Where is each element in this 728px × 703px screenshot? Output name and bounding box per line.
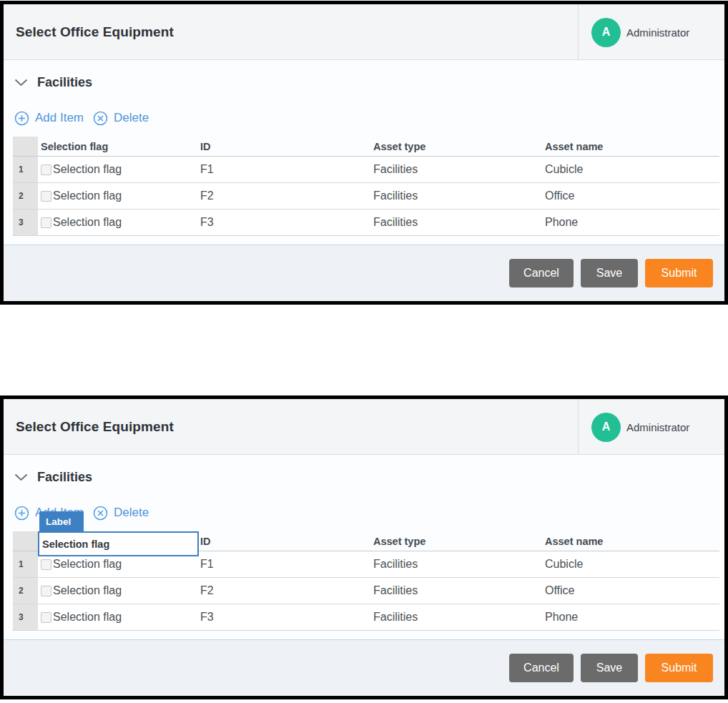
row-number[interactable]: 2 (13, 578, 38, 604)
user-name: Administrator (626, 26, 689, 39)
column-header-asset-type[interactable]: Asset type (372, 531, 543, 551)
dialog-footer: Cancel Save Submit (4, 639, 724, 696)
save-button[interactable]: Save (581, 654, 638, 682)
table-row[interactable]: 3 Selection flag F3 Facilities Phone (13, 604, 719, 631)
save-button[interactable]: Save (581, 259, 638, 287)
cell-asset-name: Cubicle (543, 551, 719, 577)
user-name: Administrator (626, 421, 689, 433)
avatar[interactable]: A (591, 413, 621, 442)
page-title: Select Office Equipment (16, 4, 174, 60)
chevron-down-icon (14, 473, 28, 481)
selection-flag-label: Selection flag (53, 558, 122, 571)
circle-x-icon (93, 506, 108, 521)
cell-id: F2 (199, 578, 372, 604)
selection-flag-label: Selection flag (53, 216, 122, 229)
submit-button[interactable]: Submit (645, 259, 713, 287)
cell-asset-type: Facilities (372, 604, 543, 630)
selection-flag-label: Selection flag (53, 584, 122, 597)
equipment-dialog-inspected: Select Office Equipment A Administrator … (0, 395, 728, 699)
submit-button[interactable]: Submit (645, 654, 713, 682)
circle-plus-icon (14, 111, 29, 126)
table-row[interactable]: 2 Selection flag F2 Facilities Office (13, 578, 719, 604)
cell-id: F1 (199, 551, 372, 577)
cell-asset-type: Facilities (372, 183, 543, 209)
cancel-button[interactable]: Cancel (509, 654, 574, 682)
dialog-footer: Cancel Save Submit (4, 245, 724, 301)
circle-plus-icon (14, 506, 29, 521)
selection-flag-checkbox[interactable] (41, 191, 51, 202)
cell-id: F2 (199, 183, 372, 209)
avatar[interactable]: A (591, 18, 621, 47)
column-header-id[interactable]: ID (199, 531, 372, 551)
cell-id: F3 (199, 604, 372, 630)
table-row[interactable]: 2 Selection flag F2 Facilities Office (13, 183, 719, 210)
row-number[interactable]: 2 (13, 183, 38, 209)
row-number[interactable]: 1 (13, 157, 38, 182)
selected-column-header-selection-flag[interactable]: Selection flag (38, 531, 199, 556)
header-divider (578, 399, 579, 454)
section-facilities-toggle[interactable]: Facilities (14, 73, 92, 92)
equipment-dialog: Select Office Equipment A Administrator … (0, 1, 728, 305)
add-item-label: Add Item (35, 111, 84, 125)
selection-flag-label: Selection flag (53, 611, 122, 624)
column-header-asset-type[interactable]: Asset type (372, 137, 543, 156)
cell-asset-type: Facilities (372, 210, 543, 235)
cell-asset-name: Office (543, 183, 719, 209)
user-menu[interactable]: A Administrator (591, 4, 689, 60)
selection-flag-checkbox[interactable] (41, 217, 51, 228)
delete-button[interactable]: Delete (93, 506, 149, 521)
inspector-label-badge: Label (39, 511, 84, 531)
cell-asset-type: Facilities (372, 551, 543, 577)
circle-x-icon (93, 111, 108, 126)
table-header-row: Selection flag ID Asset type Asset name (13, 137, 719, 157)
section-facilities-toggle[interactable]: Facilities (14, 468, 92, 486)
cell-asset-type: Facilities (372, 157, 543, 182)
cell-asset-name: Office (543, 578, 719, 604)
dialog-header: Select Office Equipment A Administrator (4, 399, 724, 455)
table-row[interactable]: 1 Selection flag F1 Facilities Cubicle (13, 157, 719, 183)
cell-id: F1 (199, 157, 372, 182)
chevron-down-icon (14, 79, 28, 87)
cancel-button[interactable]: Cancel (509, 259, 574, 287)
row-number[interactable]: 3 (13, 210, 38, 235)
cell-asset-name: Cubicle (543, 157, 719, 182)
column-header-id[interactable]: ID (199, 137, 372, 156)
selection-flag-label: Selection flag (53, 190, 122, 202)
delete-label: Delete (114, 506, 149, 520)
page-title: Select Office Equipment (16, 399, 174, 455)
selection-flag-checkbox[interactable] (41, 164, 51, 175)
column-header-asset-name[interactable]: Asset name (543, 531, 719, 551)
selection-flag-checkbox[interactable] (41, 559, 51, 570)
delete-button[interactable]: Delete (93, 111, 149, 126)
header-divider (578, 4, 579, 59)
equipment-table: Selection flag ID Asset type Asset name … (13, 137, 719, 236)
section-title: Facilities (37, 470, 92, 485)
row-number[interactable]: 3 (13, 604, 38, 630)
user-menu[interactable]: A Administrator (591, 399, 689, 455)
cell-id: F3 (199, 210, 372, 235)
column-header-selection-flag[interactable]: Selection flag (38, 137, 199, 156)
add-item-button[interactable]: Add Item (14, 111, 84, 126)
section-title: Facilities (37, 75, 92, 90)
cell-asset-type: Facilities (372, 578, 543, 604)
selection-flag-label: Selection flag (53, 163, 122, 176)
cell-asset-name: Phone (543, 210, 719, 235)
table-actions: Add Item Delete (14, 109, 149, 127)
column-header-asset-name[interactable]: Asset name (543, 137, 719, 156)
selection-flag-checkbox[interactable] (41, 586, 51, 596)
dialog-header: Select Office Equipment A Administrator (4, 4, 724, 60)
delete-label: Delete (114, 111, 149, 125)
row-number[interactable]: 1 (13, 551, 38, 577)
table-row[interactable]: 3 Selection flag F3 Facilities Phone (13, 210, 719, 236)
selection-flag-checkbox[interactable] (41, 612, 51, 623)
cell-asset-name: Phone (543, 604, 719, 630)
row-number-header (13, 137, 38, 156)
row-number-header (13, 531, 38, 551)
